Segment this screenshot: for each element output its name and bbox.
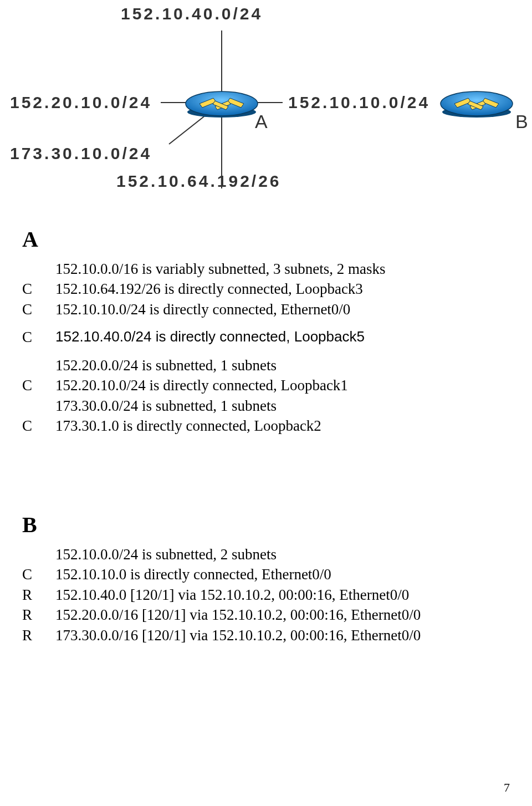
router-a-icon [183,90,260,115]
route-text: 173.30.1.0 is directly connected, Loopba… [55,416,321,436]
label-a: A [255,111,268,132]
routes-a-title: A [22,225,510,254]
label-b: B [515,111,528,132]
route-line: C152.10.10.0 is directly connected, Ethe… [22,564,521,584]
route-code: C [22,299,55,319]
route-text: 152.10.40.0/24 is directly connected, Lo… [55,327,365,347]
route-text: 152.20.0.0/16 [120/1] via 152.10.10.2, 0… [55,605,421,625]
routes-b-title: B [22,510,521,540]
route-text: 152.20.0.0/24 is subnetted, 1 subnets [22,355,277,375]
route-text: 152.10.0.0/24 is subnetted, 2 subnets [22,544,277,564]
page-number: 7 [504,781,510,795]
routes-a: A 152.10.0.0/16 is variably subnetted, 3… [22,225,510,436]
route-code: C [22,416,55,436]
network-diagram: 152.10.40.0/24 152.20.10.0/24 152.10.10.… [0,0,532,205]
net-top: 152.10.40.0/24 [121,4,263,23]
route-code: C [22,327,55,347]
route-line: 173.30.0.0/24 is subnetted, 1 subnets [22,396,510,416]
route-line: R152.10.40.0 [120/1] via 152.10.10.2, 00… [22,585,521,605]
route-code: C [22,279,55,299]
route-text: 152.10.64.192/26 is directly connected, … [55,279,363,299]
route-line: R173.30.0.0/16 [120/1] via 152.10.10.2, … [22,625,521,645]
route-code: C [22,564,55,584]
net-left2: 173.30.10.0/24 [10,144,152,163]
net-mid: 152.10.10.0/24 [288,93,430,112]
route-line: C152.10.10.0/24 is directly connected, E… [22,299,510,319]
route-text: 173.30.0.0/16 [120/1] via 152.10.10.2, 0… [55,625,421,645]
routes-b: B 152.10.0.0/24 is subnetted, 2 subnetsC… [22,510,521,645]
route-line: C152.10.64.192/26 is directly connected,… [22,279,510,299]
route-code: R [22,625,55,645]
route-line: 152.10.0.0/24 is subnetted, 2 subnets [22,544,521,564]
net-left1: 152.20.10.0/24 [10,93,152,112]
net-bottom: 152.10.64.192/26 [116,172,282,191]
route-text: 152.10.10.0/24 is directly connected, Et… [55,299,350,319]
route-code: C [22,375,55,395]
route-line: R152.20.0.0/16 [120/1] via 152.10.10.2, … [22,605,521,625]
route-text: 152.10.10.0 is directly connected, Ether… [55,564,331,584]
route-code: R [22,605,55,625]
route-code: R [22,585,55,605]
route-line: C152.20.10.0/24 is directly connected, L… [22,375,510,395]
route-line: 152.20.0.0/24 is subnetted, 1 subnets [22,355,510,375]
route-line: C152.10.40.0/24 is directly connected, L… [22,327,510,347]
route-text: 152.20.10.0/24 is directly connected, Lo… [55,375,348,395]
route-text: 152.10.0.0/16 is variably subnetted, 3 s… [22,259,385,279]
router-b-icon [438,90,515,115]
route-text: 152.10.40.0 [120/1] via 152.10.10.2, 00:… [55,585,409,605]
route-text: 173.30.0.0/24 is subnetted, 1 subnets [22,396,277,416]
route-line: C173.30.1.0 is directly connected, Loopb… [22,416,510,436]
route-line: 152.10.0.0/16 is variably subnetted, 3 s… [22,259,510,279]
